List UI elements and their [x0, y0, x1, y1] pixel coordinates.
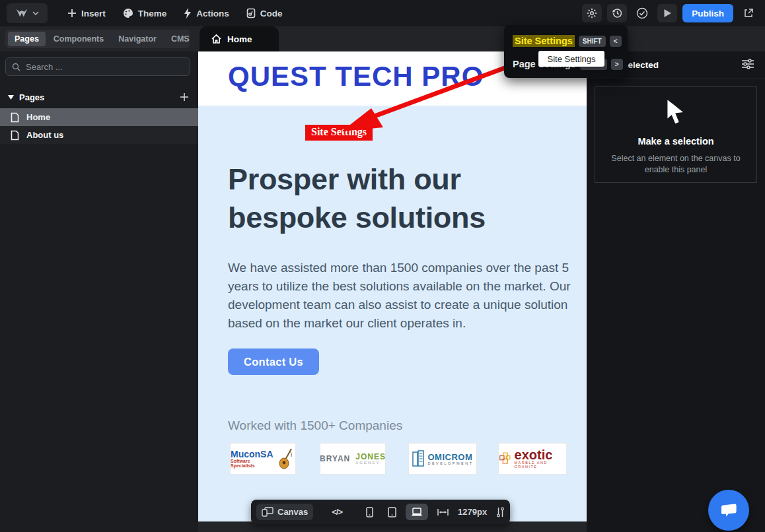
insert-button[interactable]: Insert — [67, 9, 106, 18]
plus-icon — [180, 92, 189, 102]
history-button[interactable] — [607, 4, 627, 22]
sidebar-item-about-us[interactable]: About us — [0, 126, 198, 144]
external-link-icon — [743, 8, 754, 18]
make-selection-subtitle: Select an element on the canvas to enabl… — [602, 153, 750, 176]
devices-icon — [262, 507, 273, 517]
shortcut-shift-badge: SHIFT — [579, 36, 606, 47]
search-icon — [12, 63, 20, 71]
sliders-icon — [741, 58, 754, 70]
jones-sub: AGENCY — [355, 461, 380, 465]
canvas-mode-label: Canvas — [277, 507, 308, 517]
open-site-button[interactable] — [739, 4, 758, 22]
menu-item-site-settings[interactable]: Site Settings SHIFT < — [504, 31, 628, 51]
code-view-button[interactable]: </> — [326, 504, 347, 520]
site-settings-tooltip: Site Settings — [538, 51, 604, 67]
play-icon — [663, 9, 672, 18]
company-logo-exotic[interactable]: exotic MARBLE AND GRANITE — [498, 443, 567, 475]
tablet-icon — [388, 507, 396, 517]
companies-caption[interactable]: Worked with 1500+ Companies — [228, 418, 402, 433]
make-selection-title: Make a selection — [638, 136, 713, 147]
site-paragraph-line[interactable]: based on the market our client operates … — [228, 316, 466, 331]
make-selection-panel: Make a selection Select an element on th… — [595, 86, 757, 183]
tab-cms[interactable]: CMS — [164, 32, 196, 46]
search-box[interactable] — [5, 57, 190, 76]
desktop-breakpoint-button[interactable] — [406, 504, 428, 520]
bryan-name: BRYAN — [320, 454, 350, 463]
canvas-tab-home[interactable]: Home — [200, 26, 279, 51]
building-icon — [412, 450, 425, 467]
page-icon — [11, 112, 19, 123]
tablet-breakpoint-button[interactable] — [382, 504, 402, 520]
vev-editor: QUEST TECH PRO Prosper with our bespoke … — [0, 0, 765, 532]
site-paragraph-line[interactable]: We have assisted more than 1500 companie… — [228, 261, 569, 275]
code-label: Code — [260, 9, 283, 18]
code-button[interactable]: Code — [246, 8, 283, 18]
preview-button[interactable] — [657, 4, 677, 22]
muconsa-name: MuconSA — [231, 449, 273, 459]
pages-section-header[interactable]: Pages — [0, 86, 198, 108]
sidebar-item-label: About us — [26, 130, 63, 140]
site-heading-line2[interactable]: bespoke solutions — [228, 201, 486, 235]
tab-pages[interactable]: Pages — [8, 32, 46, 46]
company-logo-muconsa[interactable]: MuconSA Software Specialists — [230, 443, 296, 475]
history-icon — [612, 8, 623, 18]
company-logo-bryan-jones[interactable]: BRYAN JONES AGENCY — [320, 443, 386, 475]
tab-navigator[interactable]: Navigator — [112, 32, 163, 46]
lightning-icon — [184, 8, 192, 18]
sidebar-item-home[interactable]: Home — [0, 108, 198, 126]
chevron-down-icon — [32, 11, 39, 15]
site-paragraph-line[interactable]: development team can also assist to crea… — [228, 298, 567, 312]
pages-section-title: Pages — [19, 92, 44, 102]
collapse-triangle-icon — [8, 95, 14, 100]
chat-icon — [719, 502, 739, 519]
publish-button[interactable]: Publish — [682, 4, 733, 22]
tab-components[interactable]: Components — [47, 32, 110, 46]
insert-label: Insert — [81, 9, 106, 18]
muconsa-tagline: Software Specialists — [231, 459, 275, 468]
add-page-button[interactable] — [178, 91, 190, 103]
site-paragraph-line[interactable]: years to utilize the best solutions avai… — [228, 279, 571, 294]
site-brand[interactable]: QUEST TECH PRO — [228, 61, 484, 92]
plus-icon — [67, 9, 77, 18]
home-icon — [211, 34, 221, 44]
exotic-sub: MARBLE AND GRANITE — [515, 461, 566, 469]
inspector-panel: None Selected Make a selection Select an… — [587, 51, 765, 532]
gear-icon — [587, 8, 597, 18]
measure-toggle-button[interactable] — [491, 504, 510, 520]
code-slash-icon: </> — [332, 507, 342, 517]
theme-button[interactable]: Theme — [123, 8, 167, 18]
app-menu-button[interactable] — [7, 3, 48, 23]
site-canvas[interactable]: QUEST TECH PRO Prosper with our bespoke … — [198, 51, 587, 521]
actions-label: Actions — [196, 9, 229, 18]
exotic-name: exotic — [515, 449, 553, 461]
validate-button[interactable] — [632, 4, 652, 22]
annotation-label: Site Settings — [305, 125, 373, 141]
canvas-width-value[interactable]: 1279px — [458, 507, 487, 517]
canvas-width-button[interactable] — [432, 504, 454, 520]
site-heading-line1[interactable]: Prosper with our — [228, 162, 461, 197]
canvas-toolbar: Canvas </> — [251, 500, 510, 524]
workspace-tabs: Pages Components Navigator CMS — [5, 30, 190, 48]
filter-settings-button[interactable] — [741, 58, 754, 73]
mobile-breakpoint-button[interactable] — [361, 504, 379, 520]
guitar-icon — [278, 448, 295, 470]
measure-icon — [496, 507, 505, 517]
company-logo-omicrom[interactable]: OMICROM DEVELOPMENT — [408, 443, 477, 475]
pages-sidebar: Pages Home About us — [0, 51, 198, 532]
code-file-icon — [246, 8, 256, 18]
page-icon — [11, 130, 19, 141]
topbar-right-actions: Publish — [582, 0, 758, 26]
width-icon — [437, 508, 449, 516]
cursor-icon — [663, 98, 688, 127]
site-settings-label: Site Settings — [513, 35, 575, 47]
chat-widget-button[interactable] — [708, 490, 749, 531]
vev-logo-icon — [15, 7, 28, 19]
shortcut-key-badge: > — [611, 59, 623, 70]
sidebar-item-label: Home — [26, 112, 50, 122]
actions-button[interactable]: Actions — [184, 8, 229, 18]
settings-button[interactable] — [582, 4, 602, 22]
contact-us-button[interactable]: Contact Us — [228, 349, 319, 375]
top-toolbar: Insert Theme Actions Code — [0, 0, 765, 26]
search-input[interactable] — [26, 62, 184, 72]
canvas-mode-button[interactable]: Canvas — [256, 504, 313, 520]
